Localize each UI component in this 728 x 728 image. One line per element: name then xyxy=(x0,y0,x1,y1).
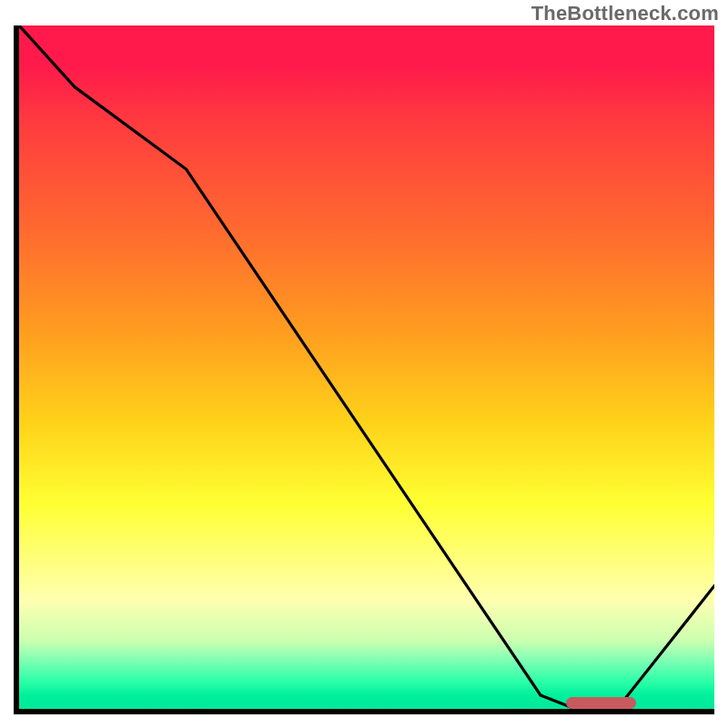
plot-area xyxy=(14,25,714,714)
bottleneck-chart: TheBottleneck.com xyxy=(0,0,728,728)
bottleneck-curve xyxy=(19,25,714,709)
optimal-range-marker xyxy=(566,697,636,709)
curve-path xyxy=(19,25,714,709)
watermark-text: TheBottleneck.com xyxy=(531,2,719,25)
